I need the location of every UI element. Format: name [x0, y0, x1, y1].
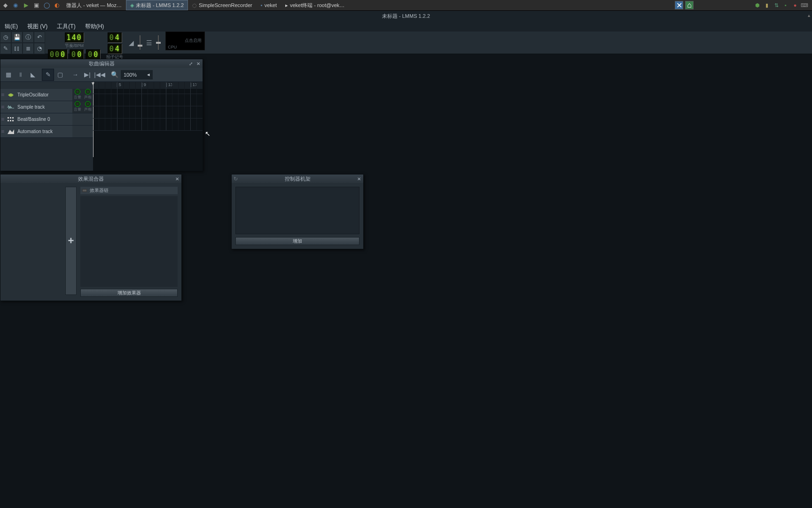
track-grip[interactable] [0, 117, 5, 121]
network-icon[interactable]: ⇅ [773, 1, 780, 9]
pan-knob[interactable] [85, 101, 91, 107]
volume-knob[interactable] [75, 89, 80, 95]
add-channel-button[interactable]: + [65, 187, 77, 295]
refresh-icon[interactable]: ↻ [234, 176, 238, 182]
sample-icon[interactable] [7, 103, 15, 111]
knob-button[interactable]: ◔ [34, 43, 45, 54]
fx-chain-led[interactable] [82, 189, 87, 192]
pan-knob[interactable] [85, 89, 91, 95]
svg-rect-2 [12, 117, 14, 119]
cpu-meter[interactable]: 点击启用 CPU [165, 32, 205, 50]
pen-button[interactable]: ✎ [0, 43, 11, 54]
fx-chain-label: 效果器链 [90, 187, 109, 194]
app-title-text: 未标题 - LMMS 1.2.2 [382, 13, 430, 20]
menu-help[interactable]: 帮助(H) [80, 22, 109, 32]
record-button[interactable]: ⫴ [15, 69, 27, 81]
forward-button[interactable]: → [69, 69, 81, 81]
play-button[interactable]: ▦ [2, 69, 15, 81]
beat-icon[interactable] [7, 115, 15, 124]
track-row[interactable]: Automation track [0, 126, 93, 138]
notes-button[interactable]: ≣ [23, 43, 34, 54]
add-effect-button[interactable]: 增加效果器 [80, 289, 178, 297]
shield-icon[interactable]: ⬢ [754, 1, 761, 9]
zoom-dropdown[interactable]: 100%◂ [121, 70, 153, 79]
add-controller-button[interactable]: 增加 [235, 237, 359, 245]
track-label[interactable]: TripleOscillator [16, 92, 72, 97]
master-volume-slider[interactable] [136, 33, 144, 52]
close-icon[interactable]: ✕ [174, 175, 180, 182]
controller-list[interactable] [235, 187, 359, 234]
fx-mixer-titlebar[interactable]: 效果混合器 ✕ [0, 175, 181, 183]
volume-icon[interactable]: ▪ [782, 1, 789, 9]
taskbar-item-browser[interactable]: 微器人 - veket — Moz… [62, 0, 126, 10]
controller-rack-title: 控制器机架 [285, 175, 311, 183]
fx-chain-header[interactable]: 效果器链 [80, 187, 178, 194]
master-pitch-slider[interactable] [154, 33, 163, 52]
bpm-display[interactable]: 140 [65, 32, 84, 43]
track-row[interactable]: TripleOscillator 音量声相 [0, 89, 93, 101]
workspace-1[interactable]: ✕ [675, 1, 683, 9]
tsig-den[interactable]: 04 [108, 44, 122, 54]
close-icon[interactable]: ✕ [356, 175, 362, 182]
min-display[interactable]: 000 [48, 49, 68, 60]
firefox-icon[interactable]: ◐ [52, 0, 62, 10]
workspace-2[interactable]: ⌂ [685, 1, 694, 9]
track-label[interactable]: Beat/Bassline 0 [16, 117, 72, 122]
maximize-icon[interactable]: ⤢ [187, 60, 194, 67]
draw-mode-button[interactable]: ✎ [42, 69, 54, 81]
instrument-icon[interactable] [7, 91, 15, 99]
menu-icon[interactable]: ◆ [0, 0, 10, 10]
svg-rect-4 [10, 120, 11, 121]
song-grid[interactable]: | 5 | 9 | 13 | 17 [93, 82, 203, 171]
new-button[interactable]: ◷ [0, 32, 11, 43]
tsig-num[interactable]: 04 [108, 32, 122, 43]
song-editor-toolbar: ▦ ⫴ ◣ ✎ ▢ → ▶| |◀◀ 🔍 100%◂ [0, 68, 203, 82]
track-label[interactable]: Sample track [16, 104, 72, 110]
play-icon[interactable]: ▶ [21, 0, 31, 10]
menu-view[interactable]: 视图 (V) [23, 22, 52, 32]
browser-icon[interactable]: ◯ [41, 0, 52, 10]
fx-chain-area[interactable] [80, 196, 178, 287]
zoom-icon[interactable]: 🔍 [109, 69, 121, 81]
volume-knob[interactable] [75, 101, 80, 107]
track-grip[interactable] [0, 105, 5, 109]
taskbar-item-ssr[interactable]: ◌SimpleScreenRecorder [188, 0, 257, 10]
bpm-label: 节奏/BPM [65, 43, 84, 49]
taskbar-item-veket[interactable]: ▪veket [257, 0, 281, 10]
undo-button[interactable]: ↶ [34, 32, 45, 43]
select-mode-button[interactable]: ▢ [54, 69, 66, 81]
mixer-button[interactable]: ⫿⫿ [11, 43, 23, 54]
fx-mixer-window: 效果混合器 ✕ + 效果器链 增加效果器 [0, 174, 182, 301]
menu-tools[interactable]: 工具(T) [52, 22, 80, 32]
song-editor-titlebar[interactable]: 歌曲编辑器 ⤢✕ [0, 59, 203, 68]
minimize-icon[interactable]: ▴ [808, 13, 810, 18]
info-button[interactable]: ⓘ [23, 32, 34, 43]
master-vol-icon: ◢ [129, 39, 134, 47]
main-toolbar: ◷ 💾 ⓘ ↶ ✎ ⫿⫿ ≣ ◔ 140 节奏/BPM 000 分钟 00 秒 … [0, 32, 812, 54]
next-button[interactable]: ▶| [81, 69, 94, 81]
track-grip[interactable] [0, 129, 5, 134]
track-row[interactable]: Sample track 音量声相 [0, 101, 93, 113]
sec-display[interactable]: 00 [70, 49, 84, 60]
cpu-hint: 点击启用 [185, 38, 202, 44]
controller-rack-titlebar[interactable]: ↻ 控制器机架 ✕ [232, 175, 363, 183]
rewind-button[interactable]: |◀◀ [94, 69, 106, 81]
svg-rect-5 [12, 120, 14, 121]
automation-icon[interactable] [7, 127, 15, 136]
menu-edit[interactable]: 辑(E) [0, 22, 23, 32]
close-icon[interactable]: ✕ [195, 60, 202, 67]
track-label[interactable]: Automation track [16, 129, 72, 134]
stop-button[interactable]: ◣ [27, 69, 39, 81]
terminal-icon[interactable]: ▣ [31, 0, 41, 10]
battery-icon[interactable]: ▮ [763, 1, 771, 9]
save-button[interactable]: 💾 [11, 32, 23, 43]
taskbar-item-terminal[interactable]: ▸veket终端 - root@vek… [281, 0, 349, 10]
svg-rect-0 [8, 117, 9, 119]
track-row[interactable]: Beat/Bassline 0 [0, 113, 93, 126]
keyboard-icon[interactable]: ⌨ [801, 1, 808, 9]
taskbar-item-lmms[interactable]: ◈未标题 - LMMS 1.2.2 [126, 0, 188, 10]
track-grip[interactable] [0, 93, 5, 97]
clock-icon[interactable]: ● [791, 1, 799, 9]
ms-display[interactable]: 00 [86, 49, 101, 60]
globe-icon[interactable]: ◉ [10, 0, 21, 10]
